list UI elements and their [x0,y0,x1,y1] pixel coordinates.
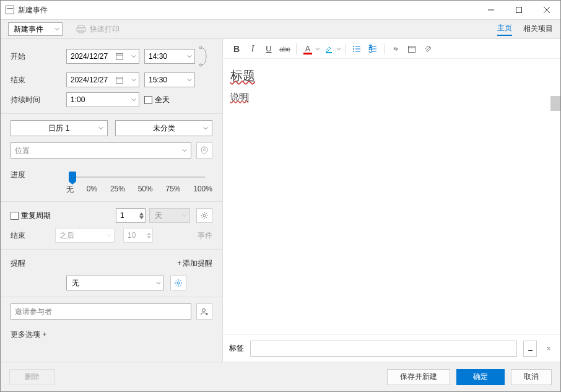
scrollbar-thumb[interactable] [550,96,560,111]
link-times-icon[interactable] [199,45,207,68]
chevron-down-icon [131,97,136,102]
cancel-button[interactable]: 取消 [511,369,552,385]
font-color-dropdown[interactable] [315,46,320,51]
allday-label: 全天 [155,95,170,105]
chevron-down-icon [156,281,161,285]
quick-print-button[interactable]: 快速打印 [76,24,120,35]
tags-clear-button[interactable]: × [543,344,554,353]
duration-input[interactable]: 1:00 [66,92,139,107]
chevron-down-icon [182,148,187,153]
start-label: 开始 [11,51,66,62]
more-options-button[interactable]: 更多选项 + [11,329,212,340]
calendar-icon [116,53,123,60]
tab-related[interactable]: 相关项目 [523,24,553,35]
svg-rect-32 [409,46,415,52]
svg-rect-11 [116,77,123,84]
recur-count-spinner[interactable]: 1 [116,208,146,223]
svg-point-21 [353,48,354,50]
add-reminder-button[interactable]: + 添加提醒 [177,258,212,269]
chevron-down-icon [107,233,111,238]
strikethrough-button[interactable]: abc [277,41,292,56]
highlight-button[interactable] [321,41,336,56]
allday-checkbox[interactable]: 全天 [144,95,170,105]
end-time-input[interactable]: 15:30 [144,72,195,87]
invite-input[interactable]: 邀请参与者 [11,303,191,320]
tags-more-button[interactable]: ... [523,341,537,357]
topbar: 新建事件 快速打印 主页 相关项目 [1,19,560,39]
chevron-down-icon [131,77,136,82]
delete-button[interactable]: 删除 [9,369,55,385]
date-button[interactable] [404,41,419,56]
end-date-input[interactable]: 2024/12/27 [66,72,139,87]
svg-rect-5 [77,28,85,32]
slider-thumb[interactable] [69,172,76,181]
person-add-icon [200,307,209,316]
svg-point-15 [177,282,180,284]
recur-end-mode-dropdown: 之后 [55,228,115,243]
location-input[interactable]: 位置 [11,142,191,159]
event-type-label: 新建事件 [14,24,43,35]
ok-button[interactable]: 确定 [456,369,505,385]
save-and-new-button[interactable]: 保存并新建 [387,369,450,385]
reminder-dropdown[interactable]: 无 [66,276,164,290]
duration-label: 持续时间 [11,95,66,105]
recur-settings-button[interactable] [196,208,212,223]
underline-button[interactable]: U [261,41,276,56]
progress-label: 进度 [11,170,66,180]
calendar-icon [116,76,123,84]
format-toolbar: B I U abc A 123 [223,39,560,59]
svg-point-16 [202,309,206,312]
bold-button[interactable]: B [229,41,244,56]
window-title: 新建事件 [18,5,477,15]
category-dropdown[interactable]: 未分类 [115,120,212,136]
tab-main[interactable]: 主页 [497,23,512,36]
svg-point-20 [353,46,354,47]
app-icon [6,6,14,14]
maximize-button[interactable] [505,1,533,19]
left-panel: 开始 2024/12/27 14:30 结束 2024/12/27 [1,39,223,362]
tags-input[interactable] [250,341,517,357]
minimize-button[interactable] [477,1,505,19]
progress-slider[interactable] [66,172,211,182]
svg-text:3: 3 [368,46,373,53]
svg-rect-1 [516,7,521,13]
link-button[interactable] [388,41,403,56]
event-type-dropdown[interactable]: 新建事件 [8,22,63,36]
chevron-down-icon [98,126,103,131]
description-input[interactable]: 说明 [230,88,248,107]
pin-icon [200,146,209,155]
recur-unit-dropdown[interactable]: 天 [149,208,190,223]
chevron-down-icon [187,54,192,59]
print-icon [76,24,86,34]
number-list-button[interactable]: 123 [365,41,380,56]
font-color-button[interactable]: A [300,41,315,56]
recurrence-checkbox[interactable]: 重复周期 [11,211,51,221]
title-input[interactable]: 标题 [230,64,553,88]
italic-button[interactable]: I [245,41,260,56]
start-time-input[interactable]: 14:30 [144,49,195,64]
attach-button[interactable] [420,41,435,56]
location-pin-button[interactable] [196,142,212,159]
calendar-dropdown[interactable]: 日历 1 [11,120,108,136]
editor-area[interactable]: 标题 说明 [223,59,560,334]
quick-print-label: 快速打印 [90,24,120,35]
end-label: 结束 [11,75,66,85]
svg-rect-4 [78,25,84,28]
tag-row: 标签 ... × [223,334,560,362]
bullet-list-button[interactable] [349,41,364,56]
chevron-down-icon [182,213,187,218]
recur-end-label: 结束 [11,230,55,241]
start-date-input[interactable]: 2024/12/27 [66,49,139,64]
text-caret [248,93,248,103]
gear-icon [174,279,183,287]
titlebar: 新建事件 [1,1,560,19]
highlight-dropdown[interactable] [336,46,341,51]
svg-point-22 [353,51,354,52]
chevron-down-icon [131,54,136,59]
chevron-down-icon [54,27,59,32]
chevron-down-icon [187,77,192,82]
add-attendee-button[interactable] [196,303,212,320]
reminder-settings-button[interactable] [170,276,186,290]
reminder-label: 提醒 [11,258,66,269]
close-button[interactable] [533,1,560,19]
